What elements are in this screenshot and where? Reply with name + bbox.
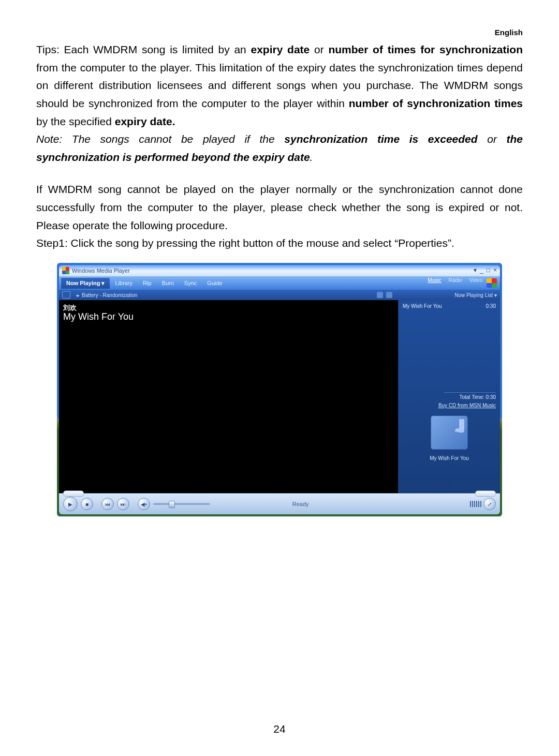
play-button[interactable]: ▶ bbox=[63, 497, 78, 511]
chevron-down-icon: ▾ bbox=[494, 292, 497, 298]
now-playing-list-dropdown[interactable]: Now Playing List ▾ bbox=[454, 292, 497, 298]
wmp-screenshot: Windows Media Player ▾ _ □ × Now Playing… bbox=[57, 263, 502, 516]
text: by the specified bbox=[36, 115, 115, 127]
repeat-icon[interactable] bbox=[386, 292, 392, 298]
collapse-button[interactable]: ▾ bbox=[474, 266, 477, 274]
grip-handle-right[interactable] bbox=[475, 491, 496, 497]
tab-library[interactable]: Library bbox=[110, 278, 138, 288]
wmp-title-text: Windows Media Player bbox=[72, 268, 130, 274]
maximize-button[interactable]: □ bbox=[487, 266, 490, 274]
mute-button[interactable]: ◀• bbox=[138, 498, 150, 510]
text-italic: . bbox=[310, 151, 313, 163]
visualization-song-title: My Wish For You bbox=[63, 312, 134, 322]
tab-sync[interactable]: Sync bbox=[179, 278, 202, 288]
text-italic: Note: The songs cannot be played if the bbox=[36, 133, 284, 145]
text-bold: expiry date bbox=[251, 43, 310, 55]
visualization-area[interactable]: 刘欢 My Wish For You bbox=[59, 300, 399, 494]
playlist-item-title: My Wish For You bbox=[403, 303, 442, 309]
windows-flag-icon[interactable] bbox=[487, 278, 497, 288]
grip-handle-left[interactable] bbox=[63, 491, 84, 497]
album-art-icon[interactable] bbox=[431, 416, 467, 449]
stop-button[interactable]: ■ bbox=[81, 498, 93, 510]
wmp-titlebar[interactable]: Windows Media Player ▾ _ □ × bbox=[59, 265, 500, 276]
view-toggle-button[interactable] bbox=[62, 291, 70, 299]
close-button[interactable]: × bbox=[493, 266, 497, 274]
text-italic: or bbox=[478, 133, 507, 145]
wmp-main-tabs: Now Playing ▾ Library Rip Burn Sync Guid… bbox=[59, 276, 500, 290]
wmp-window: Windows Media Player ▾ _ □ × Now Playing… bbox=[59, 265, 500, 514]
text: or bbox=[310, 43, 328, 55]
volume-control[interactable]: ⤢ bbox=[470, 498, 496, 510]
text-bold-italic: synchronization time is exceeded bbox=[284, 133, 477, 145]
hub-radio[interactable]: Radio bbox=[448, 277, 462, 283]
shuffle-icon[interactable] bbox=[377, 292, 383, 298]
page-number: 24 bbox=[0, 723, 559, 735]
playlist-item[interactable]: My Wish For You 0:30 bbox=[403, 302, 496, 310]
playlist-total-time: Total Time: 0:30 bbox=[444, 392, 496, 400]
volume-bars-icon bbox=[470, 501, 481, 507]
text: Tips: Each WMDRM song is limited by an bbox=[36, 43, 251, 55]
text-bold: number of times for synchronization bbox=[328, 43, 523, 55]
paragraph-step1: Step1: Click the song by pressing the ri… bbox=[36, 234, 523, 253]
switch-mode-button[interactable]: ⤢ bbox=[483, 498, 496, 510]
buy-cd-link[interactable]: Buy CD from MSN Music bbox=[438, 403, 496, 408]
npl-label: Now Playing List bbox=[454, 292, 493, 298]
text-bold: expiry date. bbox=[115, 115, 175, 127]
subbar-label: Battery - Randomization bbox=[82, 292, 137, 298]
playlist-item-length: 0:30 bbox=[486, 303, 496, 309]
wmp-subbar: ◂▸ Battery - Randomization Now Playing L… bbox=[59, 290, 500, 300]
previous-track-button[interactable]: ⏮ bbox=[101, 498, 114, 510]
next-track-button[interactable]: ⏭ bbox=[117, 498, 129, 510]
playlist-sidebar: My Wish For You 0:30 Total Time: 0:30 Bu… bbox=[399, 300, 500, 494]
wmp-playback-controls: ▶ ■ ⏮ ⏭ ◀• Ready ⤢ bbox=[59, 493, 500, 514]
language-label: English bbox=[36, 28, 523, 37]
chevron-down-icon: ▾ bbox=[101, 280, 105, 286]
minimize-button[interactable]: _ bbox=[480, 266, 483, 274]
text-bold: number of synchronization times bbox=[349, 97, 523, 109]
paragraph-tips: Tips: Each WMDRM song is limited by an e… bbox=[36, 41, 523, 130]
paragraph-troubleshoot: If WMDRM song cannot be played on the pl… bbox=[36, 181, 523, 234]
seek-slider[interactable] bbox=[153, 503, 210, 505]
hub-video[interactable]: Video bbox=[469, 277, 482, 283]
paragraph-note: Note: The songs cannot be played if the … bbox=[36, 130, 523, 166]
tab-label: Now Playing bbox=[66, 280, 100, 286]
tab-burn[interactable]: Burn bbox=[157, 278, 179, 288]
tab-rip[interactable]: Rip bbox=[138, 278, 157, 288]
album-art-label: My Wish For You bbox=[399, 455, 500, 461]
wmp-app-icon bbox=[62, 267, 69, 274]
nav-arrows-icon[interactable]: ◂▸ bbox=[76, 292, 79, 298]
tab-guide[interactable]: Guide bbox=[202, 278, 227, 288]
tab-now-playing[interactable]: Now Playing ▾ bbox=[61, 278, 110, 289]
playback-status: Ready bbox=[292, 501, 309, 507]
hub-music[interactable]: Music bbox=[428, 277, 441, 283]
